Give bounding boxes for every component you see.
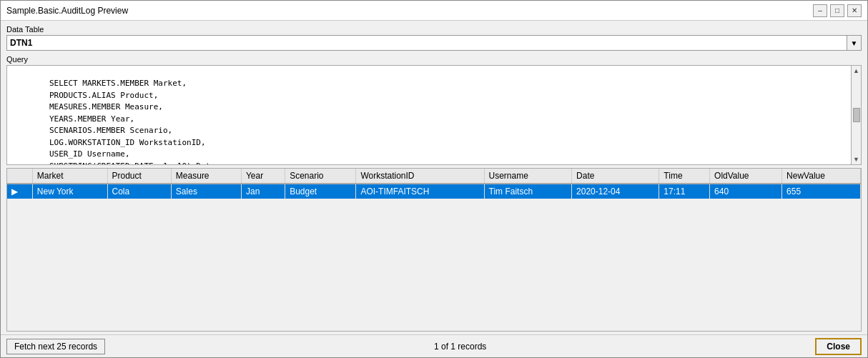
fetch-button[interactable]: Fetch next 25 records [6, 339, 105, 354]
col-indicator [7, 169, 32, 184]
data-grid-area: Market Product Measure Year Scenario Wor… [6, 168, 862, 332]
footer-left: Fetch next 25 records [6, 339, 105, 354]
data-table: Market Product Measure Year Scenario Wor… [7, 169, 861, 199]
scroll-down-icon[interactable]: ▼ [853, 154, 859, 164]
col-year: Year [241, 169, 285, 184]
scroll-thumb[interactable] [853, 108, 860, 122]
cell-newvalue: 655 [782, 184, 861, 199]
close-button[interactable]: Close [815, 338, 862, 355]
table-body: ▶New YorkColaSalesJanBudgetAOI-TIMFAITSC… [7, 184, 861, 199]
window-close-button[interactable]: ✕ [847, 4, 862, 17]
main-window: Sample.Basic.AuditLog Preview – □ ✕ Data… [0, 0, 868, 358]
minimize-button[interactable]: – [813, 4, 827, 17]
col-product: Product [107, 169, 171, 184]
table-row[interactable]: ▶New YorkColaSalesJanBudgetAOI-TIMFAITSC… [7, 184, 861, 199]
content-area: Data Table ▼ Query SELECT MARKETS.MEMBER… [1, 21, 867, 334]
cell-year: Jan [241, 184, 285, 199]
maximize-button[interactable]: □ [830, 4, 844, 17]
query-scrollbar[interactable]: ▲ ▼ [852, 65, 862, 165]
row-indicator: ▶ [7, 184, 32, 199]
records-info: 1 of 1 records [434, 342, 486, 352]
col-username: Username [484, 169, 572, 184]
col-newvalue: NewValue [782, 169, 861, 184]
scroll-up-icon[interactable]: ▲ [853, 66, 859, 76]
data-table-label: Data Table [6, 25, 862, 34]
query-label: Query [6, 55, 862, 64]
data-table-input[interactable] [6, 35, 847, 51]
footer-bar: Fetch next 25 records 1 of 1 records Clo… [1, 334, 867, 357]
col-workstation: WorkstationID [356, 169, 484, 184]
col-scenario: Scenario [285, 169, 356, 184]
cell-oldvalue: 640 [710, 184, 782, 199]
header-row: Market Product Measure Year Scenario Wor… [7, 169, 861, 184]
window-title: Sample.Basic.AuditLog Preview [6, 6, 128, 16]
col-time: Time [659, 169, 710, 184]
col-market: Market [32, 169, 107, 184]
cell-date: 2020-12-04 [572, 184, 659, 199]
query-wrapper: SELECT MARKETS.MEMBER Market, PRODUCTS.A… [6, 65, 862, 165]
dropdown-arrow-icon[interactable]: ▼ [847, 35, 862, 51]
query-box: SELECT MARKETS.MEMBER Market, PRODUCTS.A… [6, 65, 852, 165]
cell-measure: Sales [171, 184, 241, 199]
cell-market: New York [32, 184, 107, 199]
col-measure: Measure [171, 169, 241, 184]
title-bar: Sample.Basic.AuditLog Preview – □ ✕ [1, 1, 867, 21]
window-controls: – □ ✕ [813, 4, 862, 17]
cell-username: Tim Faitsch [484, 184, 572, 199]
cell-workstation: AOI-TIMFAITSCH [356, 184, 484, 199]
cell-time: 17:11 [659, 184, 710, 199]
col-oldvalue: OldValue [710, 169, 782, 184]
query-text: SELECT MARKETS.MEMBER Market, PRODUCTS.A… [11, 79, 220, 165]
data-table-dropdown-row: ▼ [6, 35, 862, 51]
table-header: Market Product Measure Year Scenario Wor… [7, 169, 861, 184]
cell-product: Cola [107, 184, 171, 199]
col-date: Date [572, 169, 659, 184]
cell-scenario: Budget [285, 184, 356, 199]
